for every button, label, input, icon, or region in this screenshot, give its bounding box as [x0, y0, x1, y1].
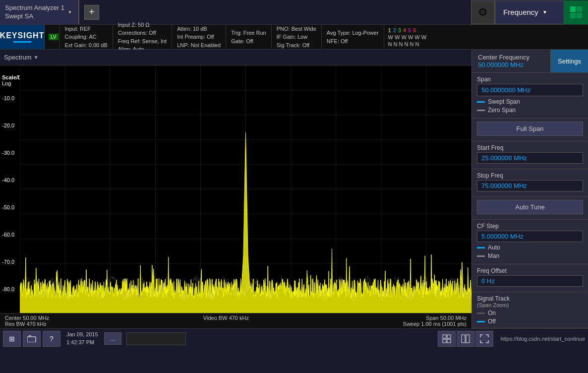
- int-preamp: Int Preamp: Off: [177, 33, 221, 41]
- start-freq-label: Start Freq: [477, 144, 583, 151]
- title-line2: Swept SA: [5, 12, 64, 21]
- on-bar: [477, 312, 485, 314]
- video-bw-status: Video BW 470 kHz: [203, 315, 249, 321]
- settings-gear-button[interactable]: ⚙: [471, 0, 495, 24]
- scale-log-label: Log: [2, 80, 11, 86]
- windows-button[interactable]: ⊞: [3, 331, 21, 347]
- corrections: Corrections: Off: [118, 29, 167, 37]
- trace-6-num: 6: [413, 27, 416, 33]
- center-freq-section: Center Frequency 50.000000 MHz: [472, 50, 550, 72]
- info-bar: KEYSIGHT LV Input: REF Coupling: AC Ext …: [0, 25, 588, 50]
- chat-button[interactable]: …: [104, 332, 121, 345]
- coupling: Coupling: AC: [65, 33, 108, 41]
- stop-freq-label: Stop Freq: [477, 172, 583, 179]
- svg-rect-6: [447, 335, 451, 338]
- title-dropdown-arrow[interactable]: ▼: [67, 9, 72, 15]
- swept-span-row: Swept Span: [477, 98, 583, 105]
- cf-step-section: CF Step 5.000000 MHz Auto Man: [472, 220, 588, 264]
- span-status: Span 50.00 MHz: [403, 315, 467, 321]
- signal-track-section: Signal Track (Span Zoom) On Off: [472, 292, 588, 328]
- auto-tune-section: Auto Tune: [472, 197, 588, 220]
- spectrum-bar[interactable]: Spectrum ▼: [0, 50, 471, 65]
- folder-button[interactable]: [23, 331, 41, 347]
- avg-info: Avg Type: Log-Power NFE: Off: [322, 25, 384, 49]
- svg-rect-2: [570, 13, 576, 18]
- if-gain: IF Gain: Low: [277, 33, 316, 41]
- signal-track-label: Signal Track: [477, 295, 583, 302]
- settings-button[interactable]: Settings: [550, 50, 588, 72]
- sig-track: Sig Track: Off: [277, 41, 316, 50]
- pno-info: PNO: Best Wide IF Gain: Low Sig Track: O…: [272, 25, 322, 49]
- svg-rect-9: [462, 335, 465, 343]
- freq-offset-section: Freq Offset 0 Hz: [472, 264, 588, 292]
- man-row: Man: [477, 252, 583, 259]
- cf-step-value: 5.000000 MHz: [477, 231, 583, 242]
- trace-section: 1 2 3 4 5 6 W W W W W W N N N N N N: [384, 25, 431, 49]
- y-label-10: -10.0: [2, 95, 14, 101]
- center-freq-status: Center 50.00 MHz: [5, 315, 49, 321]
- instrument-title[interactable]: Spectrum Analyzer 1 Swept SA ▼: [0, 0, 79, 24]
- add-instrument-button[interactable]: +: [84, 5, 99, 20]
- on-label: On: [488, 310, 496, 316]
- span-input[interactable]: [477, 84, 583, 96]
- svg-rect-8: [447, 339, 451, 343]
- input-z: Input Z: 50 Ω: [118, 21, 167, 29]
- start-freq-section: Start Freq 25.000000 MHz: [472, 141, 588, 169]
- right-panel: Center Frequency 50.000000 MHz Settings …: [471, 50, 588, 328]
- auto-tune-button[interactable]: Auto Tune: [477, 200, 583, 214]
- start-freq-value: 25.000000 MHz: [477, 152, 583, 164]
- atten-info: Atten: 10 dB Int Preamp: Off LNP: Not En…: [172, 25, 226, 49]
- impedance-info: Input Z: 50 Ω Corrections: Off Freq Ref:…: [113, 25, 172, 49]
- logo-text: KEYSIGHT: [0, 31, 44, 40]
- display-grid-button[interactable]: [564, 0, 588, 24]
- svg-rect-0: [570, 6, 576, 12]
- title-bar: Spectrum Analyzer 1 Swept SA ▼ + ⚙ Frequ…: [0, 0, 588, 25]
- svg-rect-10: [466, 335, 470, 343]
- center-freq-header-label: Center Frequency: [478, 54, 544, 61]
- svg-rect-4: [27, 337, 36, 342]
- full-span-button[interactable]: Full Span: [477, 122, 583, 136]
- svg-rect-3: [577, 13, 582, 18]
- signal-track-sub: (Span Zoom): [477, 302, 583, 308]
- title-line1: Spectrum Analyzer 1: [5, 4, 64, 12]
- expand-button[interactable]: [475, 331, 493, 347]
- trace-2-num: 2: [393, 27, 396, 33]
- off-row: Off: [477, 318, 583, 325]
- url-label: https://blog.csdn.net/start_continue: [500, 336, 585, 342]
- y-label-70: -70.0: [2, 259, 14, 265]
- grid-2x2-button[interactable]: [438, 331, 456, 347]
- trace-w-row: W W W W W W: [388, 34, 427, 40]
- center-freq-header-value: 50.000000 MHz: [478, 61, 544, 68]
- datetime-display: Jan 09, 2015 1:42:37 PM: [66, 331, 98, 346]
- zero-span-row: Zero Span: [477, 107, 583, 114]
- search-bar[interactable]: [126, 332, 186, 345]
- left-panel: Spectrum ▼ Scale/Div 10 dB Log Ref Level…: [0, 50, 471, 328]
- frequency-label: Frequency: [503, 8, 538, 16]
- y-label-80: -80.0: [2, 286, 14, 292]
- auto-bar: [477, 247, 485, 249]
- time-label: 1:42:37 PM: [66, 339, 98, 346]
- swept-span-bar: [477, 101, 485, 103]
- input-info: Input: REF Coupling: AC Ext Gain: 0.00 d…: [60, 25, 113, 49]
- grid-cols-button[interactable]: [457, 331, 474, 347]
- help-button[interactable]: ?: [43, 331, 60, 347]
- gate: Gate: Off: [231, 37, 266, 46]
- lnp: LNP: Not Enabled: [177, 41, 221, 50]
- span-label: Span: [477, 76, 583, 83]
- trig-info: Trig: Free Run Gate: Off: [226, 25, 272, 49]
- auto-label: Auto: [488, 244, 500, 251]
- avg-type: Avg Type: Log-Power: [327, 29, 379, 37]
- spectrum-arrow[interactable]: ▼: [34, 55, 39, 60]
- y-label-30: -30.0: [2, 150, 14, 156]
- trace-4-num: 4: [403, 27, 406, 33]
- trace-5-num: 5: [408, 27, 411, 33]
- freq-ref: Freq Ref: Sense, Int: [118, 37, 167, 46]
- chart-area: Scale/Div 10 dB Log Ref Level 0.00 dBm -…: [0, 65, 471, 313]
- trace-3-num: 3: [398, 27, 401, 33]
- frequency-menu-button[interactable]: Frequency ▼: [495, 0, 564, 24]
- man-bar: [477, 255, 485, 257]
- input-ref: Input: REF: [65, 25, 108, 33]
- man-label: Man: [488, 252, 499, 259]
- ext-gain: Ext Gain: 0.00 dB: [65, 41, 108, 50]
- on-row: On: [477, 310, 583, 316]
